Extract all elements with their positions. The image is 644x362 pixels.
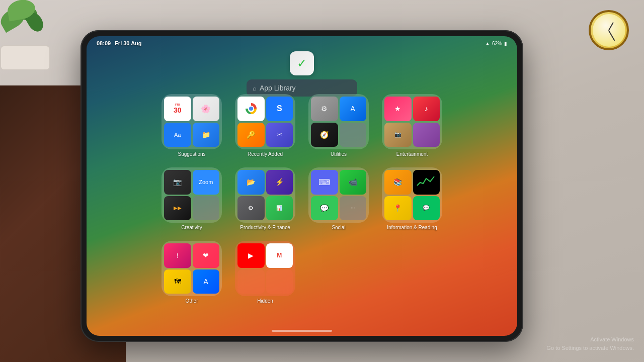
- scene: 08:09 Fri 30 Aug ▲ 62% ▮ ✓ ⌕ App Library: [0, 0, 644, 362]
- app-library-icon: ✓: [290, 51, 314, 75]
- home-indicator: [272, 330, 332, 332]
- mini-numbers: 📊: [266, 196, 293, 221]
- mini-hidden-empty1: [237, 269, 265, 294]
- battery-level: 62%: [492, 41, 502, 46]
- mini-appstore2: A: [193, 269, 220, 294]
- app-library-header: ✓ ⌕ App Library: [247, 51, 357, 97]
- wifi-icon: ▲: [485, 41, 490, 46]
- mini-appstore: A: [340, 97, 367, 121]
- mini-more-utilities: [340, 123, 367, 147]
- folder-label-creativity: Creativity: [181, 225, 202, 230]
- mini-more-creative: [193, 196, 220, 221]
- mini-discord: ⌨: [311, 170, 338, 195]
- folder-hidden[interactable]: ▶ M Hidden: [232, 238, 298, 304]
- battery-icon: ▮: [504, 41, 507, 46]
- folder-recently-added[interactable]: S 🔑 ✂ Recently Added: [232, 92, 298, 157]
- mini-shazam: S: [266, 97, 293, 121]
- mini-shortcuts: ⚡: [266, 170, 293, 195]
- folder-label-social: Social: [332, 225, 345, 230]
- folder-entertainment[interactable]: ★ ♪ 📷: [379, 92, 445, 157]
- app-grid: FRI 30 🌸 Aa 📁 Suggestions: [159, 92, 445, 304]
- mini-clipboard: ✂: [266, 123, 293, 147]
- folder-label-other: Other: [185, 298, 198, 304]
- windows-line2: Go to Settings to activate Windows.: [546, 344, 634, 352]
- mini-keys: 🔑: [237, 123, 265, 147]
- status-icons: ▲ 62% ▮: [485, 41, 507, 46]
- status-time: 08:09: [97, 40, 111, 46]
- mini-chrome: [237, 97, 265, 121]
- mini-stocks: [413, 170, 440, 195]
- mini-photos: 🌸: [193, 97, 220, 121]
- mini-hidden-empty2: [266, 269, 293, 294]
- mini-testflight: !: [164, 243, 191, 268]
- mini-fcp: ▶▶: [164, 196, 191, 221]
- mini-files2: 📂: [237, 170, 265, 195]
- mini-camera: 📷: [164, 170, 191, 195]
- mini-files: 📁: [193, 123, 220, 147]
- folder-label-entertainment: Entertainment: [396, 151, 428, 157]
- mini-more-social: ···: [340, 196, 367, 221]
- folder-information[interactable]: 📚 📍 💬 Information & Reading: [379, 165, 445, 230]
- folder-label-productivity: Productivity & Finance: [240, 225, 290, 230]
- folder-suggestions[interactable]: FRI 30 🌸 Aa 📁 Suggestions: [159, 92, 224, 157]
- search-icon: ⌕: [253, 84, 257, 92]
- mini-topaz: ★: [384, 97, 412, 121]
- folder-creativity[interactable]: 📷 Zoom ▶▶: [159, 165, 224, 230]
- folder-label-hidden: Hidden: [257, 298, 273, 304]
- mini-messages: 💬: [311, 196, 338, 221]
- windows-watermark: Activate Windows Go to Settings to activ…: [546, 335, 634, 352]
- svg-point-1: [249, 107, 253, 111]
- mini-facetime2: 📷: [384, 123, 412, 147]
- folder-label-information: Information & Reading: [387, 225, 437, 230]
- mini-safari: 🧭: [311, 123, 338, 147]
- ipad-device: 08:09 Fri 30 Aug ▲ 62% ▮ ✓ ⌕ App Library: [80, 30, 523, 342]
- folder-other[interactable]: ! ❤ 🗺 A Other: [159, 238, 224, 304]
- mini-settings: ⚙: [311, 97, 338, 121]
- folder-label-recently: Recently Added: [248, 151, 283, 157]
- mini-books: 📚: [384, 170, 412, 195]
- folder-label-utilities: Utilities: [331, 151, 347, 157]
- folder-productivity[interactable]: 📂 ⚡ ⚙ 📊 Productivity & Finance: [232, 165, 298, 230]
- search-placeholder: App Library: [260, 84, 296, 92]
- mini-gmail: M: [266, 243, 293, 268]
- status-bar: 08:09 Fri 30 Aug ▲ 62% ▮: [97, 40, 507, 46]
- mini-settings2: ⚙: [237, 196, 265, 221]
- mini-translate: Aa: [164, 123, 191, 147]
- mini-maps: 📍: [384, 196, 412, 221]
- ipad-screen: 08:09 Fri 30 Aug ▲ 62% ▮ ✓ ⌕ App Library: [87, 36, 517, 336]
- checkmark-icon: ✓: [297, 56, 307, 70]
- plant-decoration: [0, 0, 70, 75]
- mini-zoom: Zoom: [193, 170, 220, 195]
- mini-youtube: ▶: [237, 243, 265, 268]
- status-date: Fri 30 Aug: [115, 40, 141, 46]
- mini-music: ♪: [413, 97, 440, 121]
- mini-facetime: 📹: [340, 170, 367, 195]
- folder-label-suggestions: Suggestions: [178, 151, 205, 157]
- mini-maps2: 🗺: [164, 269, 191, 294]
- mini-wechat: 💬: [413, 196, 440, 221]
- windows-line1: Activate Windows: [546, 335, 634, 344]
- mini-health: ❤: [193, 243, 220, 268]
- mini-more-ent: [413, 123, 440, 147]
- clock-decoration: [584, 5, 634, 55]
- folder-utilities[interactable]: ⚙ A 🧭: [306, 92, 371, 157]
- folder-social[interactable]: ⌨ 📹 💬 ··· Social: [306, 165, 371, 230]
